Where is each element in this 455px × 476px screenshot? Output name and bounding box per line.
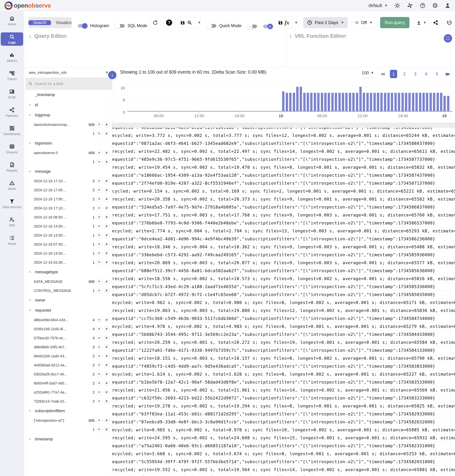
transform-toggle[interactable]: ≡ <box>248 24 257 28</box>
log-row[interactable]: equestid":"5cfc71c3-43ed-4c29-a188-2aad7… <box>112 283 455 291</box>
exclude-filter-button[interactable]: ≠ <box>104 233 109 238</box>
log-row[interactable]: equestid":"63ff83ea-11a1-453c-b81c-d8817… <box>112 410 455 418</box>
page-button-2[interactable]: 2 <box>401 70 408 78</box>
save-function-button[interactable]: fx <box>275 17 292 28</box>
slack-icon[interactable] <box>407 2 413 9</box>
log-row[interactable]: equestid":"cc75c360-c549-4b3b-9033-5117c… <box>112 315 455 323</box>
log-row[interactable]: equestid":"b1be5b78-12a7-42c1-90af-58dad… <box>112 378 455 386</box>
sidebar-item-streams[interactable]: Streams <box>1 142 23 155</box>
include-filter-button[interactable]: = <box>96 260 102 265</box>
exclude-filter-button[interactable]: ≠ <box>104 288 109 293</box>
exclude-filter-button[interactable]: ≠ <box>104 224 109 229</box>
first-page-button[interactable]: ◀◀ <box>380 72 385 76</box>
exclude-filter-button[interactable]: ≠ <box>104 242 109 247</box>
log-row[interactable]: equestid":"c632f50c-2603-4223-bd22-55b24… <box>112 394 455 402</box>
log-row[interactable]: equestid":"f4859cf3-c4d5-4dd9-aa7c-9d5e4… <box>112 363 455 370</box>
exclude-filter-button[interactable]: ≠ <box>104 363 109 368</box>
exclude-filter-button[interactable]: ≠ <box>104 122 109 128</box>
field-group-requestid[interactable]: requestid <box>25 305 112 315</box>
field-group-subscriptionfilters[interactable]: subscriptionfilters <box>25 406 112 416</box>
log-row[interactable]: recycled; write=17.751 s, sync=0.003 s, … <box>112 211 455 219</box>
histogram-plot[interactable]: 16 8 0 06:0012:0018:001806:0012:0018:001… <box>127 83 453 112</box>
include-filter-button[interactable]: = <box>96 196 102 202</box>
sidebar-item-rum[interactable]: RUM <box>1 87 23 101</box>
log-row[interactable]: recycled; write=18.556 s, sync=0.002 s, … <box>112 275 455 283</box>
include-filter-button[interactable]: = <box>96 122 102 128</box>
field-group-owner[interactable]: owner <box>25 295 112 305</box>
exclude-filter-button[interactable]: ≠ <box>104 131 109 137</box>
include-filter-button[interactable]: = <box>96 159 102 165</box>
page-button-4[interactable]: 4 <box>422 70 430 78</box>
log-row[interactable]: ecycled; write=2.774 s, sync=0.004 s, to… <box>112 227 455 235</box>
log-row[interactable]: equestid":"e18666ac-1954-4309-a13a-92e4f… <box>112 171 455 179</box>
log-row[interactable]: recycled; write=20.259 s, sync=0.001 s, … <box>112 339 455 347</box>
include-filter-button[interactable]: = <box>96 389 102 395</box>
search-history-button[interactable] <box>444 17 455 28</box>
stream-selector[interactable]: aws_introspection_rds ▼ <box>25 67 112 78</box>
query-editor[interactable]: 1 Query Editor: <box>25 30 286 67</box>
exclude-filter-button[interactable]: ≠ <box>104 335 109 341</box>
field-group-timestamp[interactable]: timestamp <box>25 434 112 444</box>
include-filter-button[interactable]: = <box>96 427 102 432</box>
log-row[interactable]: recycled; write=24.595 s, sync=0.002 s, … <box>112 434 455 442</box>
log-row[interactable]: cycled; write=0.154 s, sync=0.002 s, tot… <box>112 187 455 195</box>
saved-search-dropdown[interactable]: ▼ <box>195 17 201 28</box>
log-row[interactable]: ecycled; write=0.962 s, sync=0.002 s, to… <box>112 299 455 307</box>
histogram-toggle[interactable] <box>78 24 87 28</box>
log-row[interactable]: recycled; write=18.346 s, sync=0.004 s, … <box>112 243 455 251</box>
query-help-button[interactable]: ? <box>163 17 175 28</box>
exclude-filter-button[interactable]: ≠ <box>104 205 109 211</box>
include-filter-button[interactable]: = <box>96 363 102 368</box>
sidebar-item-reports[interactable]: Reports <box>1 161 23 174</box>
sidebar-item-metrics[interactable]: Metrics <box>1 51 23 64</box>
include-filter-button[interactable]: = <box>96 251 102 256</box>
auto-refresh-button[interactable]: Off ▼ <box>352 17 376 28</box>
log-row[interactable]: equestid":"688ef512-39cf-4456-8a81-bdca5… <box>112 267 455 275</box>
log-row[interactable]: recycled; write=18.151 s, sync=0.003 s, … <box>112 355 455 363</box>
sidebar-item-alerts[interactable]: Alerts <box>1 179 23 192</box>
log-row[interactable]: recycled; write=19.863 s, sync=0.003 s, … <box>112 307 455 315</box>
include-filter-button[interactable]: = <box>96 215 102 220</box>
exclude-filter-button[interactable]: ≠ <box>104 215 109 220</box>
exclude-filter-button[interactable]: ≠ <box>104 196 109 202</box>
sidebar-item-iam[interactable]: IAM <box>1 215 23 229</box>
include-filter-button[interactable]: = <box>96 279 102 284</box>
log-row[interactable]: equestid":"2f74efd0-819e-4207-a322-8cf55… <box>112 179 455 187</box>
log-row[interactable]: recycled; write=19.552 s, sync=0.002 s, … <box>112 466 455 474</box>
user-avatar-icon[interactable] <box>445 2 451 9</box>
exclude-filter-button[interactable]: ≠ <box>104 159 109 165</box>
exclude-filter-button[interactable]: ≠ <box>104 353 109 359</box>
last-page-button[interactable]: ▶▶ <box>446 72 450 76</box>
page-size-select[interactable]: 100▼ <box>360 70 375 78</box>
log-row[interactable]: equestid":"5b68b743-3544-495c-9711-3e569… <box>112 331 455 339</box>
collapse-fields-button[interactable]: ‹ <box>108 71 116 79</box>
include-filter-button[interactable]: = <box>96 380 102 386</box>
exclude-filter-button[interactable]: ≠ <box>104 279 109 284</box>
log-row[interactable]: equestid":"276b6be0-7793-4c0d-9306-f440e… <box>112 219 455 227</box>
log-row[interactable]: equestid":"87eebcd9-33d8-4e8f-bbc3-3c8a9… <box>112 418 455 426</box>
field-group-logstream[interactable]: logstream <box>25 138 112 148</box>
run-query-button[interactable]: Run query <box>380 17 410 28</box>
include-filter-button[interactable]: = <box>96 224 102 229</box>
exclude-filter-button[interactable]: ≠ <box>104 371 109 377</box>
exclude-filter-button[interactable]: ≠ <box>104 326 109 332</box>
include-filter-button[interactable]: = <box>96 205 102 211</box>
include-filter-button[interactable]: = <box>96 418 102 423</box>
log-row[interactable]: recycled; write=19.454 s, sync=0.002 s, … <box>112 163 455 171</box>
sidebar-item-about[interactable]: About <box>1 234 23 247</box>
field-group-message[interactable]: message <box>25 166 112 177</box>
log-row[interactable]: equestid":"336ebebd-c573-4292-aa92-f49ca… <box>112 251 455 259</box>
include-filter-button[interactable]: = <box>96 326 102 332</box>
sql-mode-toggle[interactable] <box>115 24 125 28</box>
log-row[interactable]: ecycled; write=3.668 s, sync=0.002 s, to… <box>112 450 455 458</box>
page-button-1[interactable]: 1 <box>390 70 397 78</box>
exclude-filter-button[interactable]: ≠ <box>104 251 109 256</box>
quick-mode-toggle[interactable] <box>207 24 216 28</box>
exclude-filter-button[interactable]: ≠ <box>104 178 109 184</box>
exclude-filter-button[interactable]: ≠ <box>104 260 109 265</box>
vrl-function-editor[interactable]: 1 VRL Function Editor: <box>286 30 455 67</box>
log-row[interactable]: equestid":"d05dcb7c-b72f-4972-9cf2-c1e4f… <box>112 291 455 299</box>
page-button-3[interactable]: 3 <box>412 70 419 78</box>
tab-search[interactable]: Search <box>28 20 51 25</box>
include-filter-button[interactable]: = <box>96 150 102 156</box>
